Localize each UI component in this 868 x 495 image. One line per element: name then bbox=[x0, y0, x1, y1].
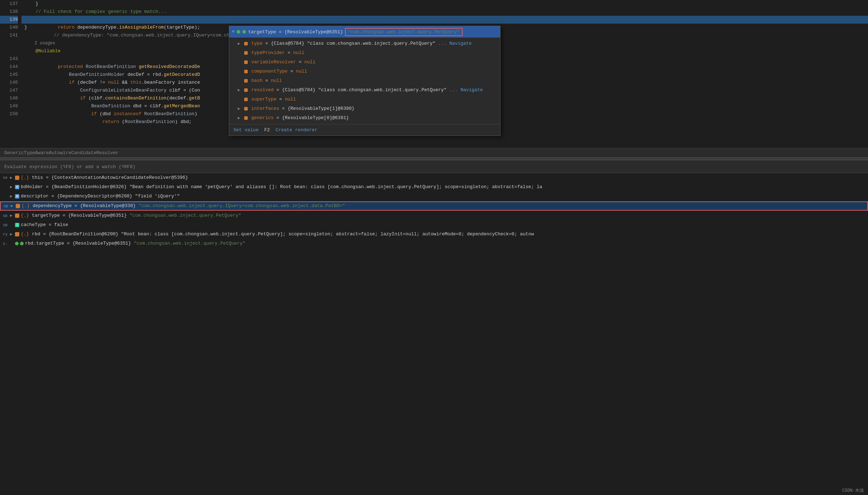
bdholder-icon: ⊞ bbox=[15, 185, 19, 189]
rbd-prefix: ry bbox=[3, 230, 9, 239]
line-143: 143 bbox=[0, 55, 18, 63]
tooltip-row-resolved: ▶ resolved = {Class@5784} "class com.cho… bbox=[229, 85, 500, 95]
generics-expand-arrow[interactable]: ▶ bbox=[238, 113, 242, 123]
code-line-138: // Full check for complex generic type m… bbox=[21, 8, 868, 16]
watch-row-descriptor[interactable]: ▶ ⊞ descriptor = {DependencyDescriptor@6… bbox=[0, 192, 868, 201]
rbd-targettype-key: rbd.targetType = {ResolvableType@6351} "… bbox=[25, 239, 245, 248]
line-usage bbox=[0, 39, 18, 47]
line-137: 137 bbox=[0, 0, 18, 8]
resolved-tag-icon bbox=[244, 88, 248, 92]
watch-row-rbd[interactable]: ry ▶ {.} rbd = {RootBeanDefinition@6200}… bbox=[0, 230, 868, 239]
dependencytype-icon bbox=[16, 204, 20, 208]
debug-tooltip: ▼ targetType = {ResolvableType@6351} "co… bbox=[229, 26, 500, 136]
this-obj-icon bbox=[15, 176, 19, 180]
line-139: 139 bbox=[0, 16, 18, 24]
csdn-label: CSDN·木须 bbox=[842, 488, 864, 493]
tooltip-row-type: ▶ type = {Class@5784} "class com.chongsa… bbox=[229, 39, 500, 48]
tooltip-row-variableresolver: variableResolver = null bbox=[229, 58, 500, 67]
targettype-prefix: up bbox=[3, 211, 9, 220]
line-146: 146 bbox=[0, 79, 18, 87]
bdholder-arrow[interactable]: ▶ bbox=[10, 182, 14, 192]
cachetype-arrow bbox=[10, 220, 14, 230]
generics-tag-icon bbox=[244, 116, 248, 120]
tooltip-row-interfaces: ▶ interfaces = {ResolvableType[1]@6380} bbox=[229, 104, 500, 113]
dependencytype-arrow[interactable]: ▶ bbox=[11, 201, 14, 211]
targettype-icon bbox=[15, 214, 19, 218]
line-150: 150 bbox=[0, 110, 18, 118]
breadcrumb-bar: GenericTypeAwareAutowireCandidateResolve… bbox=[0, 148, 868, 157]
f2-key: F2 bbox=[264, 127, 270, 133]
type-expand-arrow[interactable]: ▶ bbox=[238, 39, 242, 48]
this-prefix: ne bbox=[3, 173, 9, 182]
rbd-key: {.} rbd = {RootBeanDefinition@6200} "Roo… bbox=[21, 230, 534, 239]
resolved-expand-arrow[interactable]: ▶ bbox=[238, 85, 242, 95]
watches-panel: Evaluate expression (⌥F8) or add a watch… bbox=[0, 160, 868, 495]
descriptor-key: descriptor = {DependencyDescriptor@6208}… bbox=[21, 192, 180, 201]
line-nullable bbox=[0, 47, 18, 55]
interfaces-expand-arrow[interactable]: ▶ bbox=[238, 104, 242, 113]
breadcrumb-text: GenericTypeAwareAutowireCandidateResolve… bbox=[4, 150, 119, 156]
status-bar: CSDN·木须 bbox=[838, 486, 868, 495]
descriptor-arrow[interactable]: ▶ bbox=[10, 192, 14, 201]
rbd-targettype-icon2 bbox=[20, 242, 24, 245]
rbd-arrow[interactable]: ▶ bbox=[10, 230, 14, 239]
typeprovider-tag-icon bbox=[244, 51, 248, 55]
this-key: {.} this = {ContextAnnotationAutowireCan… bbox=[21, 173, 188, 182]
set-value-button[interactable]: Set value bbox=[233, 127, 258, 133]
line-141: 141 bbox=[0, 31, 18, 39]
line-numbers: 137 138 139 140 141 143 144 145 146 147 … bbox=[0, 0, 21, 157]
rbd-targettype-arrow bbox=[10, 239, 14, 248]
tooltip-green-icon2 bbox=[242, 30, 246, 34]
cachetype-key: cacheType = false bbox=[21, 220, 68, 230]
watches-toolbar: Evaluate expression (⌥F8) or add a watch… bbox=[0, 160, 868, 173]
hash-tag-icon bbox=[244, 79, 248, 83]
resolved-navigate-link[interactable]: Navigate bbox=[460, 87, 483, 93]
tooltip-row-componenttype: componentType = null bbox=[229, 67, 500, 76]
panel-divider[interactable] bbox=[0, 157, 868, 160]
supertype-tag-icon bbox=[244, 98, 248, 101]
tooltip-row-supertype: superType = null bbox=[229, 95, 500, 104]
tooltip-header-key: targetType = {ResolvableType@6351} bbox=[248, 29, 343, 35]
tooltip-row-typeprovider: typeProvider = null bbox=[229, 48, 500, 58]
tooltip-header: ▼ targetType = {ResolvableType@6351} "co… bbox=[229, 26, 500, 38]
tooltip-header-value: "com.chongsan.web.inject.query.PetQuery" bbox=[345, 28, 462, 36]
variableresolver-tag-icon bbox=[244, 60, 248, 64]
dependencytype-key: {.} dependencyType = {ResolvableType@338… bbox=[21, 201, 345, 211]
tooltip-body: ▶ type = {Class@5784} "class com.chongsa… bbox=[229, 38, 500, 124]
watches-content: ne ▶ {.} this = {ContextAnnotationAutowi… bbox=[0, 173, 868, 248]
descriptor-icon: ⊞ bbox=[15, 194, 19, 199]
tooltip-row-hash: hash = null bbox=[229, 76, 500, 85]
watch-row-rbd-targettype[interactable]: y. rbd.targetType = {ResolvableType@6351… bbox=[0, 239, 868, 248]
dependencytype-prefix: up bbox=[4, 201, 9, 211]
this-arrow[interactable]: ▶ bbox=[10, 173, 14, 182]
watch-row-targettype[interactable]: up ▶ {.} targetType = {ResolvableType@63… bbox=[0, 211, 868, 220]
type-tag-icon bbox=[244, 42, 248, 45]
bdholder-key: bdHolder = {BeanDefinitionHolder@6326} "… bbox=[21, 182, 542, 192]
typeprovider-expand-arrow bbox=[238, 48, 242, 58]
tooltip-footer: Set value F2 Create renderer bbox=[229, 124, 500, 136]
rbd-targettype-icon bbox=[15, 242, 19, 245]
watch-row-cachetype[interactable]: up 1 cacheType = false bbox=[0, 220, 868, 230]
watch-row-bdholder[interactable]: ▶ ⊞ bdHolder = {BeanDefinitionHolder@632… bbox=[0, 182, 868, 192]
interfaces-tag-icon bbox=[244, 107, 248, 111]
cachetype-icon: 1 bbox=[15, 223, 19, 227]
line-148: 148 bbox=[0, 94, 18, 102]
evaluate-placeholder: Evaluate expression (⌥F8) or add a watch… bbox=[4, 164, 135, 170]
tooltip-collapse-arrow[interactable]: ▼ bbox=[232, 29, 235, 34]
watch-row-dependencytype[interactable]: up ▶ {.} dependencyType = {ResolvableTyp… bbox=[0, 201, 868, 211]
rbd-targettype-prefix: y. bbox=[3, 239, 9, 248]
targettype-key: {.} targetType = {ResolvableType@6351} "… bbox=[21, 211, 241, 220]
line-145: 145 bbox=[0, 71, 18, 79]
rbd-icon bbox=[15, 232, 19, 236]
create-renderer-button[interactable]: Create renderer bbox=[276, 127, 317, 133]
tooltip-green-icon bbox=[237, 30, 240, 34]
componenttype-tag-icon bbox=[244, 70, 248, 73]
type-navigate-link[interactable]: Navigate bbox=[449, 41, 472, 46]
line-140: 140 bbox=[0, 24, 18, 31]
watch-row-this[interactable]: ne ▶ {.} this = {ContextAnnotationAutowi… bbox=[0, 173, 868, 182]
code-line-137: } bbox=[21, 0, 868, 8]
editor-panel: 137 138 139 140 141 143 144 145 146 147 … bbox=[0, 0, 868, 157]
tooltip-row-generics: ▶ generics = {ResolvableType[0]@6381} bbox=[229, 113, 500, 123]
targettype-arrow[interactable]: ▶ bbox=[10, 211, 14, 220]
line-147: 147 bbox=[0, 87, 18, 94]
